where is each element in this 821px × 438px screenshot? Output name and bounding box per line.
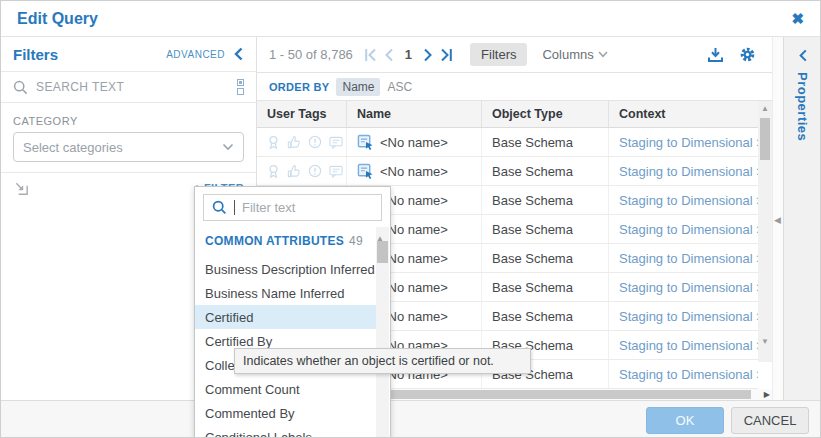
first-page-icon[interactable] bbox=[364, 48, 377, 62]
order-by-bar: ORDER BY Name ASC bbox=[257, 73, 772, 101]
table-row[interactable]: <No name> Base Schema Staging to Dimensi… bbox=[257, 128, 758, 157]
collapse-left-icon[interactable] bbox=[233, 47, 244, 61]
context-link[interactable]: Staging to Dimensional > Jo bbox=[619, 309, 758, 324]
columns-dropdown-button[interactable]: Columns bbox=[542, 47, 607, 62]
context-link[interactable]: Staging to Dimensional > Jo bbox=[619, 164, 758, 179]
award-icon[interactable] bbox=[267, 135, 280, 150]
object-name[interactable]: <No name> bbox=[380, 135, 448, 150]
thumbs-up-icon[interactable] bbox=[287, 164, 301, 178]
cancel-button[interactable]: CANCEL bbox=[731, 407, 809, 434]
search-icon bbox=[212, 200, 227, 215]
dialog-title: Edit Query bbox=[17, 10, 98, 28]
filter-text-placeholder: Filter text bbox=[242, 200, 295, 215]
comment-icon[interactable] bbox=[329, 165, 343, 178]
object-type: Base Schema bbox=[492, 251, 573, 266]
context-link[interactable]: Staging to Dimensional > Jo bbox=[619, 367, 758, 382]
vertical-scrollbar[interactable]: ▲ ▼ bbox=[758, 101, 772, 362]
properties-panel-collapsed: Properties bbox=[783, 37, 821, 400]
comment-icon[interactable] bbox=[329, 136, 343, 149]
attribute-list-item[interactable]: Conditional Labels bbox=[195, 425, 376, 438]
group-count: 49 bbox=[349, 234, 363, 248]
attribute-list-item[interactable]: Commented By bbox=[195, 401, 376, 425]
search-text-field[interactable]: SEARCH TEXT bbox=[1, 72, 256, 103]
scroll-down-icon[interactable]: ▼ bbox=[758, 337, 772, 346]
attribute-group-header: COMMON ATTRIBUTES49 bbox=[205, 234, 363, 248]
pagination-range: 1 - 50 of 8,786 bbox=[269, 47, 353, 62]
category-label: CATEGORY bbox=[13, 115, 244, 127]
attribute-list-item[interactable]: Business Description Inferred bbox=[195, 257, 376, 281]
column-header-name[interactable]: Name bbox=[347, 101, 482, 127]
text-cursor bbox=[234, 200, 235, 215]
table-row[interactable]: <No name> Base Schema Staging to Dimensi… bbox=[257, 157, 758, 186]
context-link[interactable]: Staging to Dimensional > Jo bbox=[619, 222, 758, 237]
column-header-context[interactable]: Context bbox=[609, 101, 758, 127]
column-header-object-type[interactable]: Object Type bbox=[482, 101, 609, 127]
dropdown-scrollbar[interactable]: ▲ bbox=[376, 227, 389, 438]
schema-object-icon bbox=[357, 134, 374, 151]
object-type: Base Schema bbox=[492, 193, 573, 208]
object-type: Base Schema bbox=[492, 309, 573, 324]
group-label: COMMON ATTRIBUTES bbox=[205, 234, 344, 248]
download-icon[interactable] bbox=[707, 47, 724, 63]
dropdown-scrollbar-thumb[interactable] bbox=[377, 241, 388, 263]
columns-label: Columns bbox=[542, 47, 593, 62]
filters-panel-header: Filters ADVANCED bbox=[1, 37, 256, 72]
search-icon bbox=[13, 80, 28, 95]
expand-properties-icon[interactable] bbox=[798, 49, 808, 62]
filter-attribute-dropdown: Filter text COMMON ATTRIBUTES49 Business… bbox=[194, 186, 391, 438]
attribute-list-item[interactable]: Business Name Inferred bbox=[195, 281, 376, 305]
ok-button[interactable]: OK bbox=[646, 407, 724, 434]
order-field-chip[interactable]: Name bbox=[336, 78, 380, 96]
certified-tooltip: Indicates whether an object is certified… bbox=[234, 348, 531, 374]
order-direction[interactable]: ASC bbox=[387, 80, 412, 94]
scroll-up-icon[interactable]: ▲ bbox=[758, 104, 772, 113]
filters-title: Filters bbox=[13, 46, 58, 63]
exclamation-icon[interactable] bbox=[308, 164, 322, 178]
results-toolbar: 1 - 50 of 8,786 1 Filters Columns bbox=[257, 37, 772, 73]
next-page-icon[interactable] bbox=[423, 48, 433, 62]
properties-tab[interactable]: Properties bbox=[795, 72, 810, 141]
context-link[interactable]: Staging to Dimensional > Jo bbox=[619, 193, 758, 208]
search-placeholder: SEARCH TEXT bbox=[36, 80, 229, 94]
last-page-icon[interactable] bbox=[440, 48, 453, 62]
column-header-user-tags[interactable]: User Tags bbox=[257, 101, 347, 127]
title-bar: Edit Query ✖ bbox=[1, 1, 820, 37]
award-icon[interactable] bbox=[267, 164, 280, 179]
attribute-list-item[interactable]: Certified bbox=[195, 305, 376, 329]
filters-toggle-button[interactable]: Filters bbox=[470, 43, 527, 66]
category-placeholder: Select categories bbox=[23, 140, 222, 155]
object-type: Base Schema bbox=[492, 222, 573, 237]
object-type: Base Schema bbox=[492, 164, 573, 179]
close-icon[interactable]: ✖ bbox=[791, 11, 804, 26]
collapse-corner-icon[interactable] bbox=[13, 180, 30, 197]
attribute-list-item[interactable]: Comment Count bbox=[195, 377, 376, 401]
chevron-down-icon bbox=[222, 143, 234, 151]
panel-resize-handle-icon[interactable]: ◀ bbox=[774, 215, 781, 225]
edit-query-dialog: Edit Query ✖ Filters ADVANCED SEARCH TEX… bbox=[0, 0, 821, 438]
object-type: Base Schema bbox=[492, 135, 573, 150]
context-link[interactable]: Staging to Dimensional > Jo bbox=[619, 135, 758, 150]
context-link[interactable]: Staging to Dimensional > Jo bbox=[619, 251, 758, 266]
search-options-icon[interactable] bbox=[237, 79, 244, 95]
category-select[interactable]: Select categories bbox=[13, 132, 244, 162]
dialog-footer: OK CANCEL bbox=[1, 400, 820, 438]
advanced-link[interactable]: ADVANCED bbox=[166, 49, 225, 60]
panel-resize-rail[interactable]: ◀ bbox=[772, 37, 783, 400]
context-link[interactable]: Staging to Dimensional > Jo bbox=[619, 338, 758, 353]
order-by-label: ORDER BY bbox=[269, 81, 329, 93]
current-page[interactable]: 1 bbox=[405, 47, 412, 62]
gear-icon[interactable] bbox=[739, 46, 756, 63]
filter-text-input[interactable]: Filter text bbox=[203, 194, 382, 221]
object-type: Base Schema bbox=[492, 280, 573, 295]
vertical-scrollbar-thumb[interactable] bbox=[760, 118, 770, 160]
schema-object-icon bbox=[357, 163, 374, 180]
previous-page-icon[interactable] bbox=[384, 48, 394, 62]
scroll-right-icon[interactable]: ▶ bbox=[764, 390, 770, 399]
object-name[interactable]: <No name> bbox=[380, 164, 448, 179]
thumbs-up-icon[interactable] bbox=[287, 135, 301, 149]
context-link[interactable]: Staging to Dimensional > Jo bbox=[619, 280, 758, 295]
table-header: User Tags Name Object Type Context bbox=[257, 101, 758, 128]
exclamation-icon[interactable] bbox=[308, 135, 322, 149]
